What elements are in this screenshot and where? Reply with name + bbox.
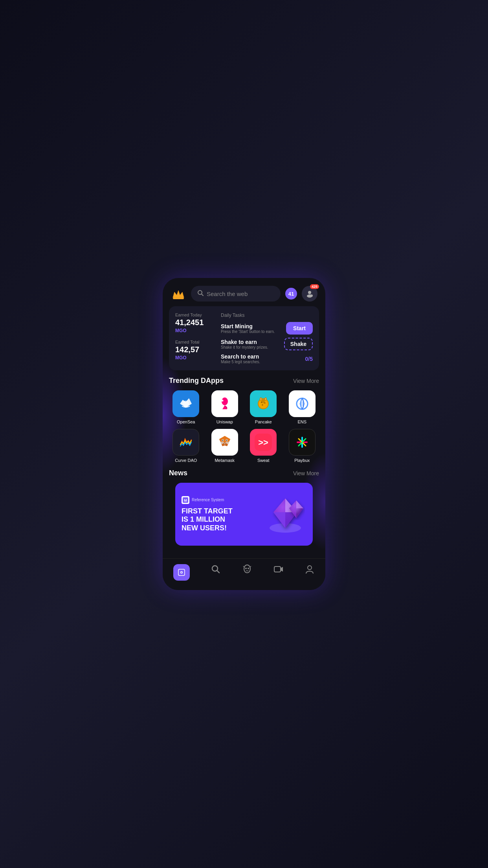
- badge-count[interactable]: 41: [285, 288, 297, 300]
- sweat-label: Sweat: [257, 458, 270, 463]
- earned-today-label: Earned Today: [175, 313, 215, 317]
- avatar-wrap[interactable]: 425: [302, 286, 317, 302]
- search-earn-title: Search to earn: [221, 353, 302, 360]
- dapp-playbux[interactable]: Playbux: [285, 429, 319, 463]
- nav-home[interactable]: [173, 564, 190, 581]
- ens-icon-bg: [289, 390, 316, 417]
- dapp-opensea[interactable]: OpenSea: [169, 390, 203, 424]
- svg-rect-1: [173, 298, 184, 299]
- start-mining-button[interactable]: Start: [286, 322, 313, 335]
- search-bar[interactable]: Search the web: [191, 286, 281, 302]
- dapp-sweat[interactable]: >> Sweat: [246, 429, 281, 463]
- earned-total-label: Earned Total: [175, 340, 215, 344]
- crown-icon: [171, 286, 186, 302]
- opensea-label: OpenSea: [177, 419, 195, 424]
- dapp-ens[interactable]: ENS: [285, 390, 319, 424]
- main-content: Search the web 41 425 Earned Today: [163, 278, 325, 590]
- news-brand-name: Reference System: [192, 498, 224, 502]
- svg-point-32: [226, 440, 227, 441]
- dapp-metamask[interactable]: Metamask: [208, 429, 242, 463]
- curvedao-icon-bg: [172, 429, 199, 456]
- shake-desc: Shake it for mystery prizes.: [221, 345, 281, 349]
- task-shake: Shake to earn Shake it for mystery prize…: [221, 338, 313, 350]
- svg-point-48: [244, 565, 250, 573]
- uniswap-label: Uniswap: [216, 419, 233, 424]
- svg-point-49: [245, 568, 247, 569]
- sweat-icon-bg: >>: [250, 429, 277, 456]
- daily-tasks: Daily Tasks Start Mining Press the 'Star…: [221, 313, 313, 364]
- playbux-icon-bg: [289, 429, 316, 456]
- trending-header: Trending DApps View More: [169, 377, 319, 385]
- dapp-curvedao[interactable]: Curve DAO: [169, 429, 203, 463]
- search-icon: [197, 290, 204, 298]
- dapps-grid: OpenSea Uniswap: [169, 390, 319, 463]
- task-start-mining: Start Mining Press the 'Start' button to…: [221, 322, 313, 335]
- svg-text:>>: >>: [258, 438, 268, 447]
- pancake-icon-bg: [250, 390, 277, 417]
- search-count: 0/5: [305, 356, 313, 362]
- daily-tasks-label: Daily Tasks: [221, 313, 313, 318]
- dapp-pancake[interactable]: Pancake: [246, 390, 281, 424]
- earned-total-currency: MGO: [175, 355, 215, 360]
- svg-point-22: [265, 399, 266, 400]
- nav-profile[interactable]: [305, 564, 315, 581]
- svg-point-6: [310, 294, 313, 297]
- nav-video[interactable]: [273, 564, 284, 581]
- svg-point-31: [222, 440, 223, 441]
- news-card[interactable]: M Reference System FIRST TARGET IS 1 MIL…: [175, 483, 313, 546]
- shake-title: Shake to earn: [221, 339, 281, 345]
- svg-line-51: [243, 566, 244, 567]
- nav-search[interactable]: [211, 564, 221, 581]
- news-header: News View More: [169, 469, 319, 477]
- metamask-label: Metamask: [215, 458, 235, 463]
- svg-point-14: [262, 405, 263, 406]
- earned-today-stat: Earned Today 41,2451 MGO: [175, 313, 215, 333]
- svg-marker-25: [219, 436, 230, 442]
- opensea-icon-bg: [172, 390, 199, 417]
- svg-line-3: [202, 294, 203, 296]
- home-icon: [173, 564, 190, 581]
- svg-marker-0: [173, 291, 184, 298]
- news-view-more[interactable]: View More: [293, 470, 319, 476]
- svg-point-9: [221, 400, 223, 402]
- metamask-icon-bg: [211, 429, 238, 456]
- svg-point-7: [183, 401, 189, 407]
- svg-line-47: [217, 570, 219, 573]
- earned-today-currency: MGO: [175, 328, 215, 333]
- svg-text:M: M: [184, 498, 187, 502]
- svg-point-55: [308, 566, 312, 570]
- earned-today-value: 41,2451: [175, 318, 215, 327]
- news-title: News: [169, 469, 187, 477]
- news-text-area: M Reference System FIRST TARGET IS 1 MIL…: [175, 490, 258, 539]
- svg-rect-53: [274, 566, 281, 572]
- notification-badge: 425: [310, 284, 319, 289]
- start-mining-title: Start Mining: [221, 323, 283, 329]
- mining-stats: Earned Today 41,2451 MGO Earned Total 14…: [175, 313, 215, 364]
- trending-dapps-section: Trending DApps View More OpenSea: [163, 377, 325, 469]
- start-mining-desc: Press the 'Start' button to earn.: [221, 329, 283, 334]
- search-placeholder: Search the web: [207, 291, 274, 297]
- uniswap-icon-bg: [211, 390, 238, 417]
- earned-total-stat: Earned Total 142,57 MGO: [175, 340, 215, 360]
- trending-view-more[interactable]: View More: [293, 378, 319, 384]
- playbux-label: Playbux: [294, 458, 310, 463]
- nav-alien[interactable]: [242, 564, 252, 581]
- header: Search the web 41 425: [163, 278, 325, 306]
- news-image: [258, 487, 313, 542]
- search-earn-desc: Make 5 legit searches.: [221, 360, 302, 364]
- bottom-nav: [163, 558, 325, 590]
- curvedao-label: Curve DAO: [175, 458, 197, 463]
- news-brand: M Reference System: [182, 496, 251, 504]
- news-section: News View More M Reference System: [163, 469, 325, 552]
- news-brand-icon: M: [182, 496, 189, 504]
- svg-point-45: [181, 572, 182, 573]
- svg-point-50: [248, 568, 249, 569]
- trending-title: Trending DApps: [169, 377, 224, 385]
- dapp-uniswap[interactable]: Uniswap: [208, 390, 242, 424]
- phone-container: Search the web 41 425 Earned Today: [163, 278, 325, 590]
- svg-point-21: [261, 399, 262, 400]
- svg-point-4: [308, 291, 311, 294]
- mining-card: Earned Today 41,2451 MGO Earned Total 14…: [169, 306, 319, 370]
- earned-total-value: 142,57: [175, 345, 215, 354]
- shake-button[interactable]: Shake: [284, 338, 313, 350]
